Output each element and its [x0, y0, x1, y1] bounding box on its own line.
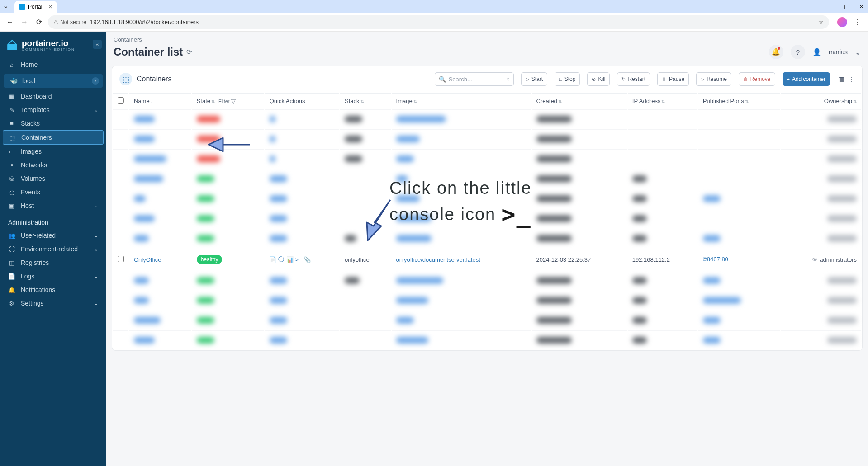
sidebar-item-networks[interactable]: ⚬Networks	[0, 158, 106, 172]
more-menu-icon[interactable]: ⋮	[849, 75, 855, 83]
containers-card-icon: ⬚	[119, 73, 132, 85]
sidebar-item-environment-related[interactable]: ⛶Environment-related⌄	[0, 242, 106, 256]
notifications-button[interactable]: 🔔	[769, 45, 783, 59]
maximize-icon[interactable]: ▢	[843, 3, 851, 10]
play-icon: ▷	[526, 76, 529, 82]
notification-dot-icon	[778, 47, 780, 50]
resume-button[interactable]: ▷Resume	[696, 72, 731, 86]
user-menu-chevron-icon[interactable]: ⌄	[855, 48, 861, 56]
container-name-link[interactable]: OnlyOffice	[134, 256, 161, 263]
chevron-down-icon: ⌄	[94, 246, 98, 252]
sort-icon: ⇅	[745, 99, 749, 104]
sidebar-item-templates[interactable]: ✎Templates⌄	[0, 103, 106, 117]
minimize-icon[interactable]: —	[828, 3, 836, 10]
chevron-down-icon: ⌄	[94, 273, 98, 279]
chevron-down-icon: ⌄	[94, 107, 98, 113]
sidebar-item-events[interactable]: ◷Events	[0, 185, 106, 199]
sidebar-item-label: Environment-related	[21, 245, 78, 253]
col-ports[interactable]: Published Ports⇅	[698, 93, 780, 108]
environment-close-icon[interactable]: ×	[92, 77, 99, 85]
search-input[interactable]: 🔍 Search... ×	[435, 72, 514, 86]
environment-selector[interactable]: 🐳 local ×	[4, 74, 103, 88]
collapse-sidebar-button[interactable]: «	[93, 40, 102, 49]
pause-button[interactable]: ⏸Pause	[657, 72, 689, 86]
containers-table: Name↓ State⇅Filter ▽ Quick Actions Stack…	[112, 92, 862, 350]
sidebar-item-images[interactable]: ▭Images	[0, 145, 106, 158]
browser-tab[interactable]: Portai ×	[14, 1, 57, 13]
select-all-checkbox[interactable]	[118, 97, 124, 104]
refresh-icon[interactable]: ⟳	[186, 48, 192, 56]
filter-label[interactable]: Filter	[218, 99, 229, 104]
attach-icon[interactable]: 📎	[304, 256, 310, 263]
btn-label: Start	[531, 76, 543, 82]
col-image[interactable]: Image⇅	[392, 93, 531, 108]
add-container-button[interactable]: +Add container	[783, 72, 830, 86]
row-checkbox[interactable]	[118, 256, 124, 262]
forward-button[interactable]: →	[19, 17, 30, 28]
admin-section-label: Administration	[0, 212, 106, 229]
sidebar-item-label: Events	[21, 188, 40, 196]
events-icon: ◷	[8, 189, 15, 196]
sidebar-item-containers[interactable]: ⬚Containers	[3, 130, 104, 145]
btn-label: Kill	[598, 76, 605, 82]
col-quick: Quick Actions	[265, 93, 339, 108]
restart-button[interactable]: ↻Restart	[617, 72, 650, 86]
browser-menu-icon[interactable]: ⋮	[854, 18, 861, 26]
sidebar-item-notifications[interactable]: 🔔Notifications	[0, 283, 106, 297]
bell-icon: 🔔	[8, 287, 15, 293]
favicon-icon	[19, 4, 25, 10]
logs-icon[interactable]: 📄	[270, 256, 276, 263]
sidebar-item-host[interactable]: ▣Host⌄	[0, 199, 106, 212]
docker-icon: 🐳	[10, 77, 18, 85]
col-state[interactable]: State⇅Filter ▽	[192, 93, 264, 108]
col-ownership[interactable]: Ownership⇅	[781, 93, 861, 108]
console-icon[interactable]: >_	[295, 256, 302, 263]
columns-icon[interactable]: ▥	[838, 75, 844, 83]
filter-funnel-icon[interactable]: ▽	[231, 98, 236, 104]
close-tab-icon[interactable]: ×	[48, 3, 52, 10]
kill-button[interactable]: ⊘Kill	[587, 72, 610, 86]
col-created[interactable]: Created⇅	[532, 93, 627, 108]
logs-icon: 📄	[8, 273, 15, 280]
profile-avatar[interactable]	[837, 17, 847, 27]
col-label: Name	[134, 98, 150, 104]
inspect-icon[interactable]: ⓘ	[278, 256, 285, 263]
sidebar-item-home[interactable]: ⌂ Home	[0, 58, 106, 71]
stacks-icon: ≡	[8, 120, 15, 127]
sidebar-item-logs[interactable]: 📄Logs⌄	[0, 269, 106, 283]
containers-icon: ⬚	[9, 134, 16, 141]
environment-icon: ⛶	[8, 246, 15, 253]
remove-button[interactable]: 🗑Remove	[739, 72, 775, 86]
sidebar-item-dashboard[interactable]: ▦Dashboard	[0, 89, 106, 103]
sort-icon: ⇅	[211, 99, 215, 104]
stats-icon[interactable]: 📊	[287, 256, 293, 263]
stop-button[interactable]: □Stop	[555, 72, 580, 86]
users-icon: 👥	[8, 232, 15, 239]
clear-search-icon[interactable]: ×	[506, 76, 510, 83]
sidebar-item-settings[interactable]: ⚙Settings⌄	[0, 297, 106, 310]
bookmark-star-icon[interactable]: ☆	[818, 19, 824, 25]
col-stack[interactable]: Stack⇅	[340, 93, 391, 108]
reload-button[interactable]: ⟳	[33, 17, 44, 28]
tab-title: Portai	[28, 4, 42, 10]
resume-icon: ▷	[701, 76, 704, 82]
ownership-label: administrators	[820, 256, 857, 263]
close-window-icon[interactable]: ✕	[857, 3, 865, 10]
browser-tab-strip: ⌄ Portai × — ▢ ✕	[0, 0, 868, 13]
col-ip[interactable]: IP Address⇅	[628, 93, 697, 108]
published-port-link[interactable]: ⧉8467:80	[703, 256, 728, 263]
back-button[interactable]: ←	[5, 17, 15, 28]
not-secure-label: Not secure	[60, 19, 86, 25]
tab-list-dropdown-icon[interactable]: ⌄	[3, 1, 9, 10]
sidebar-item-user-related[interactable]: 👥User-related⌄	[0, 229, 106, 242]
start-button[interactable]: ▷Start	[521, 72, 547, 86]
breadcrumb: Containers	[106, 32, 868, 44]
sidebar-item-stacks[interactable]: ≡Stacks	[0, 117, 106, 130]
help-button[interactable]: ?	[791, 45, 805, 59]
col-name[interactable]: Name↓	[129, 93, 191, 108]
address-bar[interactable]: ⚠ Not secure 192.168.1.18:9000/#!/2/dock…	[48, 15, 829, 29]
logo[interactable]: portainer.io COMMUNITY EDITION «	[0, 37, 106, 58]
sidebar-item-registries[interactable]: ◫Registries	[0, 256, 106, 269]
image-link[interactable]: onlyoffice/documentserver:latest	[396, 256, 480, 263]
sidebar-item-volumes[interactable]: ⛁Volumes	[0, 172, 106, 185]
